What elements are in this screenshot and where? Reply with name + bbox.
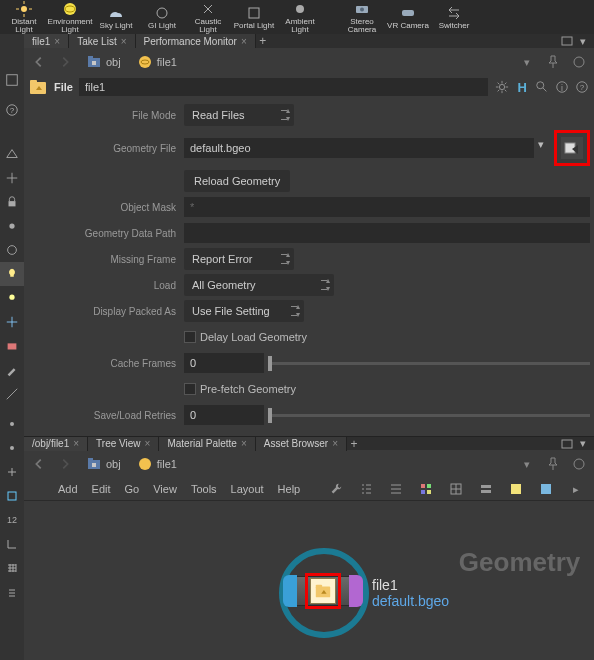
rail-cam[interactable] — [0, 334, 24, 358]
render-flag[interactable] — [349, 575, 363, 607]
pin-button[interactable] — [542, 51, 564, 73]
close-icon[interactable]: × — [73, 438, 79, 449]
tool-grid2-icon[interactable] — [448, 481, 464, 497]
node-body[interactable] — [284, 576, 362, 606]
rail-gizmo[interactable] — [0, 310, 24, 334]
cache-frames-slider[interactable] — [268, 362, 590, 365]
tool-chevron-icon[interactable]: ▸ — [568, 481, 584, 497]
tab-matpalette[interactable]: Material Palette× — [159, 437, 255, 451]
rail-grid[interactable] — [0, 556, 24, 580]
tool-wrench-icon[interactable] — [328, 481, 344, 497]
shelf-gi-light[interactable]: GI Light — [140, 0, 184, 34]
lower-path-dd[interactable]: ▾ — [516, 453, 538, 475]
file-mode-dropdown[interactable]: Read Files▴▾ — [184, 104, 294, 126]
tool-palette-icon[interactable] — [538, 481, 554, 497]
delay-load-checkbox[interactable] — [184, 331, 196, 343]
tool-tags-icon[interactable] — [478, 481, 494, 497]
tool-note-icon[interactable] — [508, 481, 524, 497]
close-icon[interactable]: × — [241, 36, 247, 47]
save-retries-slider[interactable] — [268, 414, 590, 417]
close-icon[interactable]: × — [54, 36, 60, 47]
prefetch-checkbox[interactable] — [184, 383, 196, 395]
lower-pane-menu-icon[interactable] — [560, 437, 574, 451]
rail-select[interactable] — [0, 68, 24, 92]
rail-brush[interactable] — [0, 358, 24, 382]
pane-menu-dd[interactable]: ▾ — [576, 34, 590, 48]
menu-help[interactable]: Help — [278, 483, 301, 495]
rail-dot[interactable] — [0, 412, 24, 436]
rail-lock[interactable] — [0, 190, 24, 214]
gear-icon[interactable] — [494, 79, 510, 95]
rail-light[interactable] — [0, 262, 24, 286]
rail-help[interactable]: ? — [0, 98, 24, 122]
tab-perfmon[interactable]: Performance Monitor× — [136, 34, 256, 48]
rail-bulb2[interactable] — [0, 286, 24, 310]
rail-globe[interactable] — [0, 238, 24, 262]
path-dropdown[interactable]: ▾ — [516, 51, 538, 73]
tool-grid-icon[interactable] — [418, 481, 434, 497]
search-icon[interactable] — [534, 79, 550, 95]
reload-geometry-button[interactable]: Reload Geometry — [184, 170, 290, 192]
network-view[interactable]: Geometry file1 default.bgeo — [24, 500, 594, 660]
path-node[interactable]: file1 — [131, 51, 513, 73]
tab-file1[interactable]: file1× — [24, 34, 69, 48]
lower-back-button[interactable] — [28, 453, 50, 475]
back-button[interactable] — [28, 51, 50, 73]
lower-link-button[interactable] — [568, 453, 590, 475]
shelf-vr-camera[interactable]: VR Camera — [386, 0, 430, 34]
geo-data-path-input[interactable] — [184, 223, 590, 243]
save-retries-input[interactable] — [184, 405, 264, 425]
lower-add-tab[interactable]: + — [347, 437, 361, 451]
cache-frames-input[interactable] — [184, 353, 264, 373]
shelf-sky-light[interactable]: Sky Light — [94, 0, 138, 34]
menu-view[interactable]: View — [153, 483, 177, 495]
close-icon[interactable]: × — [121, 36, 127, 47]
forward-button[interactable] — [54, 51, 76, 73]
shelf-ambient-light[interactable]: Ambient Light — [278, 0, 322, 34]
lower-forward-button[interactable] — [54, 453, 76, 475]
menu-tools[interactable]: Tools — [191, 483, 217, 495]
rail-dot2[interactable] — [0, 436, 24, 460]
tab-takelist[interactable]: Take List× — [69, 34, 135, 48]
display-packed-dropdown[interactable]: Use File Setting▴▾ — [184, 300, 304, 322]
rail-persp[interactable] — [0, 142, 24, 166]
lower-path-ctx[interactable]: obj — [80, 453, 127, 475]
lower-pane-menu-dd[interactable]: ▾ — [576, 437, 590, 451]
shelf-portal-light[interactable]: Portal Light — [232, 0, 276, 34]
lower-pin-button[interactable] — [542, 453, 564, 475]
menu-add[interactable]: Add — [58, 483, 78, 495]
rail-measure[interactable] — [0, 382, 24, 406]
rail-cross[interactable] — [0, 460, 24, 484]
node-name-input[interactable] — [79, 78, 488, 96]
shelf-distant-light[interactable]: Distant Light — [2, 0, 46, 34]
tool-tree-icon[interactable] — [358, 481, 374, 497]
load-dropdown[interactable]: All Geometry▴▾ — [184, 274, 334, 296]
tool-list-icon[interactable] — [388, 481, 404, 497]
menu-go[interactable]: Go — [125, 483, 140, 495]
file-chooser-button[interactable] — [561, 137, 583, 159]
link-button[interactable] — [568, 51, 590, 73]
help-icon[interactable]: ? — [574, 79, 590, 95]
rail-angle[interactable] — [0, 532, 24, 556]
menu-layout[interactable]: Layout — [231, 483, 264, 495]
rail-info[interactable] — [0, 214, 24, 238]
close-icon[interactable]: × — [332, 438, 338, 449]
geometry-file-dd[interactable]: ▾ — [538, 138, 550, 158]
shelf-stereo-camera[interactable]: Stereo Camera — [340, 0, 384, 34]
rail-more[interactable] — [0, 580, 24, 604]
menu-edit[interactable]: Edit — [92, 483, 111, 495]
close-icon[interactable]: × — [241, 438, 247, 449]
tab-treeview[interactable]: Tree View× — [88, 437, 159, 451]
shelf-environment-light[interactable]: Environment Light — [48, 0, 92, 34]
shelf-switcher[interactable]: Switcher — [432, 0, 476, 34]
shelf-caustic-light[interactable]: Caustic Light — [186, 0, 230, 34]
display-flag[interactable] — [283, 575, 297, 607]
geometry-file-input[interactable] — [184, 138, 534, 158]
H-icon[interactable]: H — [514, 79, 530, 95]
tab-assetbrowser[interactable]: Asset Browser× — [256, 437, 347, 451]
tab-obj-file1[interactable]: /obj/file1× — [24, 437, 88, 451]
rail-12[interactable]: 12 — [0, 508, 24, 532]
close-icon[interactable]: × — [145, 438, 151, 449]
info-icon[interactable]: i — [554, 79, 570, 95]
rail-move[interactable] — [0, 166, 24, 190]
